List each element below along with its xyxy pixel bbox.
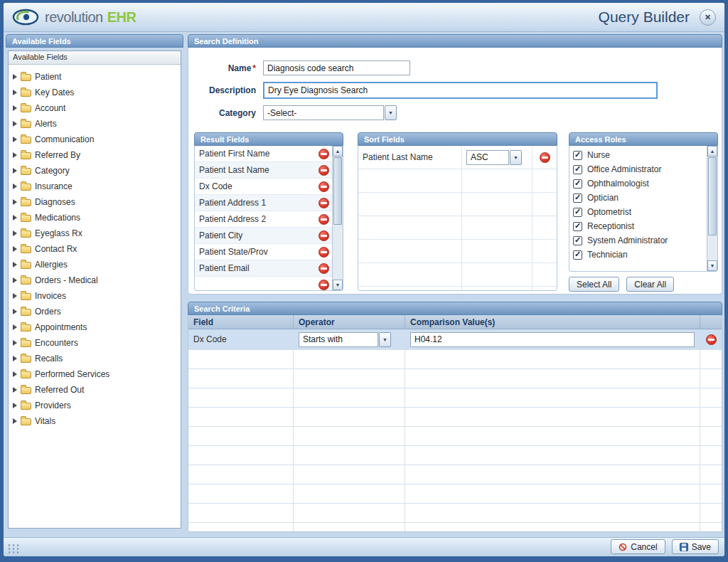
expand-arrow-icon[interactable] [13,262,17,267]
remove-icon[interactable] [318,263,329,274]
checkbox-checked-icon[interactable] [573,236,582,245]
scroll-up-icon[interactable] [333,146,343,157]
result-field-row-partial[interactable] [195,277,332,291]
remove-icon[interactable] [318,181,329,192]
expand-arrow-icon[interactable] [13,324,17,330]
role-row-optician[interactable]: Optician [569,191,707,205]
sidebar-item-insurance[interactable]: Insurance [10,179,179,194]
expand-arrow-icon[interactable] [13,277,17,283]
expand-arrow-icon[interactable] [13,356,17,361]
result-field-row[interactable]: Patient City [195,228,332,244]
sidebar-item-key-dates[interactable]: Key Dates [10,85,179,100]
remove-icon[interactable] [318,149,329,159]
checkbox-checked-icon[interactable] [573,222,582,231]
remove-icon[interactable] [318,230,329,241]
chevron-down-icon[interactable] [385,105,397,120]
remove-icon[interactable] [318,214,329,225]
role-row-system-administrator[interactable]: System Administrator [569,233,707,248]
sort-direction-select[interactable]: ASC [466,150,522,165]
close-icon[interactable] [700,9,716,26]
comparison-value-input[interactable] [410,332,695,347]
description-input[interactable] [263,82,658,99]
criteria-row[interactable]: Dx Code Starts with [188,329,722,350]
name-input[interactable] [263,60,410,75]
remove-icon[interactable] [318,165,329,176]
clear-all-button[interactable]: Clear All [626,277,674,292]
checkbox-checked-icon[interactable] [573,165,582,174]
chevron-down-icon[interactable] [510,150,522,165]
expand-arrow-icon[interactable] [13,105,17,111]
operator-select[interactable]: Starts with [299,332,391,347]
scroll-down-icon[interactable] [707,260,717,271]
expand-arrow-icon[interactable] [13,403,17,408]
sidebar-item-patient[interactable]: Patient [10,69,179,85]
expand-arrow-icon[interactable] [13,418,17,424]
expand-arrow-icon[interactable] [13,387,17,393]
result-field-row[interactable]: Patient Address 2 [195,211,332,228]
role-row-optometrist[interactable]: Optometrist [569,205,707,219]
result-field-row[interactable]: Dx Code [195,179,332,195]
sidebar-item-category[interactable]: Category [10,163,179,179]
expand-arrow-icon[interactable] [13,199,17,205]
role-row-ophthalmologist[interactable]: Ophthalmologist [569,176,707,191]
sidebar-item-communication[interactable]: Communication [10,132,179,147]
result-field-row[interactable]: Patient Last Name [195,162,332,179]
result-field-row[interactable]: Patient Address 1 [195,195,332,211]
sidebar-item-diagnoses[interactable]: Diagnoses [10,194,179,210]
checkbox-checked-icon[interactable] [573,179,582,189]
sidebar-item-account[interactable]: Account [10,100,179,116]
chevron-down-icon[interactable] [379,332,391,347]
scrollbar-thumb[interactable] [333,157,342,225]
save-button[interactable]: Save [672,539,719,554]
expand-arrow-icon[interactable] [13,246,17,252]
expand-arrow-icon[interactable] [13,121,17,127]
remove-icon[interactable] [706,334,717,345]
sidebar-item-orders-medical[interactable]: Orders - Medical [10,272,179,288]
expand-arrow-icon[interactable] [13,137,17,142]
expand-arrow-icon[interactable] [13,340,17,346]
sidebar-item-performed-services[interactable]: Performed Services [10,366,179,382]
sidebar-item-referred-by[interactable]: Referred By [10,147,179,163]
remove-icon[interactable] [318,247,329,258]
remove-icon[interactable] [540,152,550,163]
expand-arrow-icon[interactable] [13,168,17,174]
role-row-receptionist[interactable]: Receptionist [569,219,707,233]
checkbox-checked-icon[interactable] [573,208,582,217]
sidebar-item-encounters[interactable]: Encounters [10,335,179,351]
scrollbar-thumb[interactable] [708,157,717,235]
remove-icon[interactable] [318,280,329,290]
expand-arrow-icon[interactable] [13,309,17,314]
remove-icon[interactable] [318,198,329,208]
sidebar-item-vitals[interactable]: Vitals [10,413,179,429]
scroll-down-icon[interactable] [333,280,343,290]
result-field-row[interactable]: Patient First Name [195,146,332,162]
sidebar-item-appointments[interactable]: Appointments [10,319,179,335]
select-all-button[interactable]: Select All [569,277,619,292]
expand-arrow-icon[interactable] [13,230,17,236]
resize-grip[interactable] [7,544,21,553]
result-field-row[interactable]: Patient Email [195,260,332,277]
checkbox-checked-icon[interactable] [573,151,582,160]
sidebar-item-providers[interactable]: Providers [10,398,179,413]
expand-arrow-icon[interactable] [13,90,17,95]
role-row-technician[interactable]: Technician [569,248,707,262]
result-field-row[interactable]: Patient State/Prov [195,244,332,260]
sidebar-item-recalls[interactable]: Recalls [10,351,179,366]
checkbox-checked-icon[interactable] [573,193,582,203]
access-roles-scrollbar[interactable] [707,146,717,271]
expand-arrow-icon[interactable] [13,215,17,221]
sidebar-item-invoices[interactable]: Invoices [10,288,179,304]
scroll-up-icon[interactable] [707,146,717,157]
role-row-office-administrator[interactable]: Office Administrator [569,162,707,176]
expand-arrow-icon[interactable] [13,371,17,377]
sidebar-item-alerts[interactable]: Alerts [10,116,179,132]
sidebar-item-eyeglass-rx[interactable]: Eyeglass Rx [10,226,179,241]
sidebar-item-contact-rx[interactable]: Contact Rx [10,241,179,257]
expand-arrow-icon[interactable] [13,293,17,299]
sidebar-item-medications[interactable]: Medications [10,210,179,226]
expand-arrow-icon[interactable] [13,152,17,158]
role-row-nurse[interactable]: Nurse [569,148,707,162]
result-fields-scrollbar[interactable] [332,146,343,290]
checkbox-checked-icon[interactable] [573,250,582,260]
expand-arrow-icon[interactable] [13,74,17,80]
